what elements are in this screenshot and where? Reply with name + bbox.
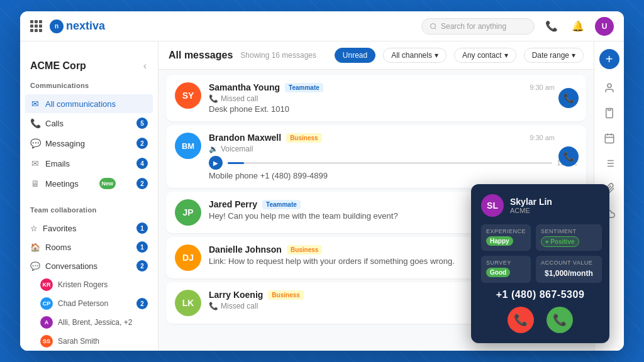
rail-list-icon[interactable] [598, 152, 621, 175]
sidebar-item-emails[interactable]: ✉ Emails 4 [20, 153, 158, 173]
experience-stat: EXPERIENCE Happy [481, 224, 531, 251]
brandon-time: 9:30 am [530, 134, 555, 141]
top-nav: n nextiva Search for anything 📞 🔔 U [20, 11, 624, 41]
messaging-badge: 2 [136, 138, 148, 149]
samantha-call-btn[interactable]: 📞 [558, 88, 579, 108]
favorites-label: Favorites [43, 224, 76, 233]
survey-value: Good [486, 268, 510, 277]
sidebar-item-favorites[interactable]: ☆ Favorites 1 [20, 219, 158, 238]
chad-avatar: CP [40, 297, 53, 310]
user-avatar[interactable]: U [595, 17, 614, 36]
sub-item-kristen[interactable]: KR Kristen Rogers [20, 275, 158, 294]
survey-stat: SURVEY Good [481, 256, 531, 283]
sidebar-item-messaging[interactable]: 💬 Messaging 2 [20, 133, 158, 153]
rail-calendar-icon[interactable] [598, 127, 621, 150]
date-filter-btn[interactable]: Date range ▾ [524, 48, 584, 63]
sidebar-item-conversations[interactable]: 💬 Conversations 2 [20, 256, 158, 275]
phone-nav-icon[interactable]: 📞 [542, 17, 561, 36]
play-button[interactable]: ▶ [209, 156, 223, 170]
sidebar: ACME Corp ‹ Communications ✉ All communi… [20, 41, 158, 351]
favorites-badge: 1 [136, 222, 148, 234]
caller-actions: 📞 📞 [481, 307, 599, 333]
collapse-icon[interactable]: ‹ [142, 59, 148, 73]
voicemail-player: ▶ 15 sec [209, 156, 577, 170]
rooms-label: Rooms [45, 243, 71, 252]
larry-avatar: LK [175, 290, 201, 316]
brandon-call-btn[interactable]: 📞 [558, 146, 579, 167]
contact-filter-label: Any contact [462, 51, 502, 60]
search-bar[interactable]: Search for anything [421, 18, 535, 35]
all-comms-icon: ✉ [30, 99, 40, 109]
logo-text: nextiva [66, 19, 105, 33]
sidebar-item-rooms[interactable]: 🏠 Rooms 1 [20, 238, 158, 256]
sidebar-item-calls[interactable]: 📞 Calls 5 [20, 113, 158, 133]
favorites-icon: ☆ [30, 224, 38, 233]
bell-nav-icon[interactable]: 🔔 [569, 17, 587, 36]
calls-badge: 5 [136, 118, 148, 129]
chevron-down-icon: ▾ [435, 51, 438, 60]
message-card-samantha[interactable]: SY Samantha Young Teammate 📞 Missed call… [166, 75, 586, 121]
contact-filter-btn[interactable]: Any contact ▾ [454, 48, 516, 63]
account-stat: ACCOUNT VALUE $1,000/month [536, 256, 602, 283]
grid-menu-icon[interactable] [30, 20, 42, 32]
account-label: ACCOUNT VALUE [541, 260, 597, 266]
sub-item-alli[interactable]: A Alli, Brent, Jessica, +2 [20, 313, 158, 332]
channels-filter-btn[interactable]: All channels ▾ [383, 48, 447, 63]
call-icon: 📞 [209, 302, 218, 310]
rooms-badge: 1 [136, 241, 148, 253]
samantha-avatar: SY [175, 82, 201, 109]
messages-header: All messages Showing 16 messages Unread … [158, 41, 594, 70]
rooms-icon: 🏠 [30, 243, 40, 252]
voicemail-icon: 🔉 [209, 145, 218, 153]
date-filter-label: Date range [532, 51, 569, 60]
sidebar-item-label: Emails [45, 159, 70, 168]
brandon-sub: Voicemail [221, 145, 253, 153]
caller-company: ACME [510, 207, 552, 214]
sentiment-value: ♥ Positive [541, 236, 579, 247]
decline-call-btn[interactable]: 📞 [508, 307, 534, 333]
sidebar-item-all-comms[interactable]: ✉ All communications [25, 94, 153, 113]
sentiment-stat: SENTIMENT ♥ Positive [536, 224, 602, 251]
caller-name: Skylar Lin [510, 197, 552, 207]
larry-tag: Business [268, 290, 303, 300]
conversations-badge: 2 [136, 260, 148, 272]
sub-item-chad[interactable]: CP Chad Peterson 2 [20, 294, 158, 313]
meetings-icon: 🖥 [30, 178, 40, 189]
svg-rect-4 [605, 134, 614, 143]
call-icon-btn[interactable]: 📞 [558, 88, 579, 108]
call-icon-btn[interactable]: 📞 [558, 146, 579, 167]
brandon-avatar: BM [175, 133, 201, 159]
brandon-content: Brandon Maxwell Business 🔉 Voicemail ▶ 1… [209, 133, 577, 180]
account-name: ACME Corp [30, 60, 86, 72]
rail-person-icon[interactable] [598, 77, 621, 99]
caller-stats: EXPERIENCE Happy SENTIMENT ♥ Positive SU… [481, 224, 599, 283]
search-placeholder: Search for anything [441, 22, 506, 31]
message-card-brandon[interactable]: BM Brandon Maxwell Business 🔉 Voicemail … [166, 125, 586, 188]
sidebar-item-label: All communications [45, 99, 116, 109]
experience-value: Happy [486, 236, 513, 246]
samantha-time: 9:30 am [530, 84, 555, 91]
communications-section-label: Communications [20, 82, 158, 94]
chad-label: Chad Peterson [58, 299, 108, 308]
unread-filter-btn[interactable]: Unread [335, 48, 375, 63]
calls-icon: 📞 [30, 118, 40, 128]
sidebar-header: ACME Corp ‹ [20, 52, 158, 75]
danielle-name: Danielle Johnson [209, 244, 282, 255]
sub-item-sarah[interactable]: SS Sarah Smith [20, 332, 158, 351]
brandon-name: Brandon Maxwell [209, 133, 281, 143]
accept-call-btn[interactable]: 📞 [547, 307, 573, 333]
sidebar-item-label: Meetings [45, 179, 79, 189]
account-value: $1,000/month [541, 268, 597, 279]
sidebar-item-meetings[interactable]: 🖥 Meetings New 2 [20, 173, 158, 194]
rail-clipboard-icon[interactable] [598, 102, 621, 124]
rail-add-btn[interactable]: + [599, 49, 619, 69]
caller-header: SL Skylar Lin ACME [481, 194, 599, 217]
alli-label: Alli, Brent, Jessica, +2 [58, 318, 132, 327]
app-logo: n nextiva [50, 19, 105, 33]
brandon-tag: Business [286, 133, 321, 143]
experience-label: EXPERIENCE [486, 228, 526, 234]
messaging-icon: 💬 [30, 138, 40, 148]
nav-icons: 📞 🔔 U [542, 17, 614, 36]
svg-rect-3 [608, 109, 611, 111]
caller-phone: +1 (480) 867-5309 [481, 289, 599, 300]
